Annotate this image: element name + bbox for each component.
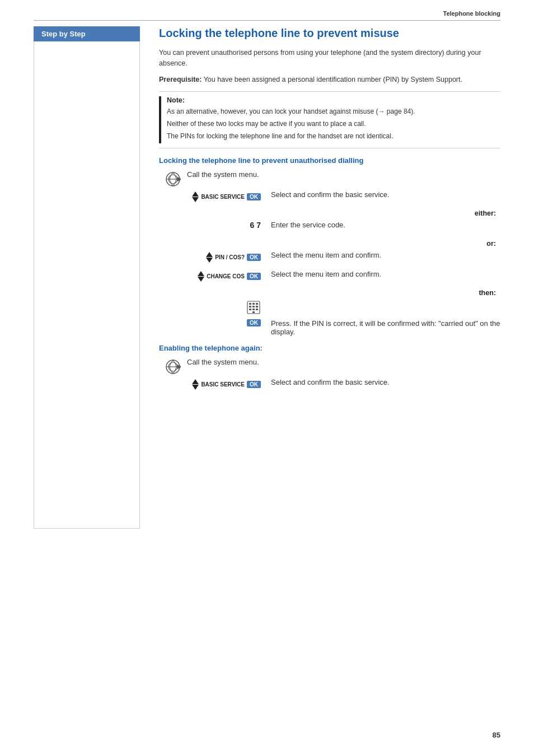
section-title: Locking the telephone line to prevent mi… bbox=[159, 26, 500, 40]
step-basic-service-1: BASIC SERVICE OK Select and confirm the … bbox=[159, 190, 500, 206]
step-pin-cos-left: PIN / COS? OK bbox=[159, 251, 265, 263]
note-line-3: The PINs for locking the telephone line … bbox=[167, 131, 500, 141]
subsection2-title: Enabling the telephone again: bbox=[159, 344, 500, 352]
ok-badge-1: OK bbox=[247, 193, 261, 200]
arrow-up-icon-2 bbox=[206, 252, 213, 257]
keyword-then: then: bbox=[159, 289, 500, 297]
arrow-down-icon-3 bbox=[198, 277, 204, 282]
note-title: Note: bbox=[167, 96, 500, 104]
step-basic-service-2: BASIC SERVICE OK Select and confirm the … bbox=[159, 378, 500, 394]
basic-service-1-label: BASIC SERVICE bbox=[201, 194, 245, 200]
main-content: Locking the telephone line to prevent mi… bbox=[146, 26, 500, 529]
enabling-section: Enabling the telephone again: Call the s… bbox=[159, 344, 500, 394]
page-number: 85 bbox=[493, 731, 500, 739]
arrow-down-icon-4 bbox=[192, 385, 199, 390]
step-basic-service-1-text: Select and confirm the basic service. bbox=[265, 190, 500, 199]
page-header: Telephone blocking bbox=[0, 0, 534, 20]
basic-service-2-label: BASIC SERVICE bbox=[201, 381, 245, 388]
keypad-icon bbox=[246, 300, 261, 315]
note-box: Note: As an alternative, however, you ca… bbox=[159, 91, 500, 148]
svg-rect-9 bbox=[252, 306, 255, 307]
change-cos-label: CHANGE COS bbox=[207, 273, 245, 279]
code-67: 6 7 bbox=[250, 221, 261, 230]
intro-text: You can prevent unauthorised persons fro… bbox=[159, 48, 500, 69]
svg-rect-6 bbox=[252, 303, 255, 305]
code-67-left: 6 7 bbox=[159, 221, 265, 230]
step-pin-cos: PIN / COS? OK Select the menu item and c… bbox=[159, 251, 500, 267]
sys-menu-icon-2 bbox=[159, 358, 187, 375]
step-sys-menu-2: Call the system menu. bbox=[159, 358, 500, 375]
step-ok-press-left: OK bbox=[159, 319, 265, 326]
step-change-cos-left: CHANGE COS OK bbox=[159, 270, 265, 282]
pin-cos-label: PIN / COS? bbox=[215, 254, 245, 260]
svg-rect-10 bbox=[256, 306, 258, 307]
note-line-1: As an alternative, however, you can lock… bbox=[167, 106, 500, 116]
step-by-step-label: Step by Step bbox=[34, 26, 140, 41]
svg-rect-14 bbox=[252, 311, 255, 313]
arrow-down-icon bbox=[192, 197, 199, 202]
svg-rect-11 bbox=[249, 309, 251, 310]
subsection1-title: Locking the telephone line to prevent un… bbox=[159, 156, 500, 165]
step-code-67-text: Enter the service code. bbox=[265, 221, 500, 229]
keypad-icon-container bbox=[159, 300, 265, 315]
keyword-either: either: bbox=[159, 209, 500, 217]
prereq: Prerequisite: You have been assigned a p… bbox=[159, 74, 500, 85]
arrow-down-icon-2 bbox=[206, 258, 213, 263]
ok-badge-2: OK bbox=[247, 254, 261, 261]
step-change-cos: CHANGE COS OK Select the menu item and c… bbox=[159, 270, 500, 286]
step-sys-menu-1-text: Call the system menu. bbox=[187, 170, 500, 179]
step-basic-service-1-left: BASIC SERVICE OK bbox=[159, 190, 265, 202]
ok-badge-3: OK bbox=[247, 273, 261, 280]
step-ok-press: OK Press. If the PIN is correct, it will… bbox=[159, 319, 500, 336]
svg-rect-12 bbox=[252, 309, 255, 310]
arrow-up-icon bbox=[192, 192, 199, 197]
step-sys-menu-1: Call the system menu. bbox=[159, 170, 500, 187]
note-line-2: Neither of these two locks may be active… bbox=[167, 119, 500, 129]
note-content: Note: As an alternative, however, you ca… bbox=[167, 96, 500, 143]
keyword-or: or: bbox=[159, 240, 500, 248]
arrow-up-icon-3 bbox=[198, 271, 204, 276]
svg-rect-7 bbox=[256, 303, 258, 305]
step-change-cos-text: Select the menu item and confirm. bbox=[265, 270, 500, 278]
step-pin-cos-text: Select the menu item and confirm. bbox=[265, 251, 500, 259]
step-ok-press-text: Press. If the PIN is correct, it will be… bbox=[265, 319, 500, 336]
ok-badge-5: OK bbox=[247, 381, 261, 388]
arrow-up-icon-4 bbox=[192, 379, 199, 384]
step-basic-service-2-left: BASIC SERVICE OK bbox=[159, 378, 265, 390]
prereq-text: You have been assigned a personal identi… bbox=[204, 76, 462, 83]
svg-rect-13 bbox=[256, 309, 258, 310]
sidebar-border bbox=[34, 41, 140, 529]
step-keypad bbox=[159, 300, 500, 316]
step-basic-service-2-text: Select and confirm the basic service. bbox=[265, 378, 500, 386]
sys-menu-icon-1 bbox=[159, 170, 187, 187]
ok-badge-4: OK bbox=[247, 319, 261, 326]
note-bar bbox=[159, 96, 161, 143]
svg-rect-8 bbox=[249, 306, 251, 307]
header-title: Telephone blocking bbox=[443, 10, 500, 17]
svg-rect-5 bbox=[249, 303, 251, 305]
left-sidebar: Step by Step bbox=[34, 26, 146, 529]
prereq-label: Prerequisite: bbox=[159, 76, 202, 83]
step-code-67: 6 7 Enter the service code. bbox=[159, 221, 500, 236]
step-sys-menu-2-text: Call the system menu. bbox=[187, 358, 500, 366]
